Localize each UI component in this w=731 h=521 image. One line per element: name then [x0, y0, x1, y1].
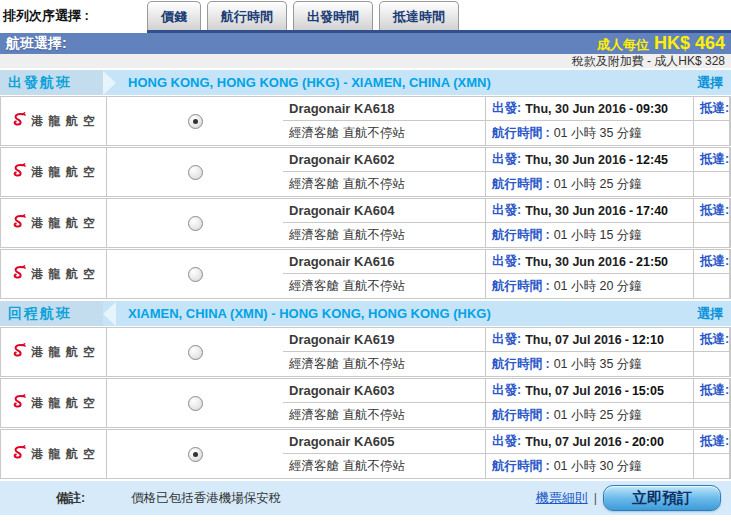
dash: - [629, 102, 633, 116]
cabin-info: 經濟客艙 直航不停站 [283, 352, 486, 376]
cabin-info: 經濟客艙 直航不停站 [283, 223, 486, 247]
tab-arrival-time[interactable]: 抵達時間 [379, 1, 459, 30]
dragonair-logo-icon [11, 343, 26, 362]
note-text: 價格已包括香港機場保安稅 [131, 490, 281, 507]
arrive-label: 抵達: [700, 253, 729, 270]
inbound-flight-row-2: 港 龍 航 空 Dragonair KA603 出發:Thu, 07 Jul 2… [0, 378, 731, 428]
dragonair-logo-icon [11, 265, 26, 284]
duration-info: 航行時間 :01 小時 25 分鐘 [486, 403, 694, 427]
arrive-label: 抵達: [700, 100, 729, 117]
airline-name: 港 龍 航 空 [31, 164, 96, 181]
tab-price[interactable]: 價錢 [147, 1, 201, 30]
duration-label: 航行時間 : [492, 125, 550, 142]
duration-value: 01 小時 30 分鐘 [554, 458, 642, 475]
duration-info: 航行時間 :01 小時 35 分鐘 [486, 352, 694, 376]
flight-number: Dragonair KA604 [283, 199, 486, 223]
empty-cell [694, 172, 730, 196]
tab-departure-time[interactable]: 出發時間 [293, 1, 373, 30]
select-column-header: 選擇 [697, 74, 731, 92]
radio-icon[interactable] [188, 165, 203, 180]
flight-select-radio[interactable] [107, 379, 283, 427]
flight-select-radio[interactable] [107, 148, 283, 196]
duration-label: 航行時間 : [492, 176, 550, 193]
outbound-flight-row-3: 港 龍 航 空 Dragonair KA604 出發:Thu, 30 Jun 2… [0, 198, 731, 248]
book-now-button[interactable]: 立即預訂 [603, 485, 721, 511]
depart-label: 出發: [492, 382, 521, 399]
depart-label: 出發: [492, 331, 521, 348]
depart-date: Thu, 30 Jun 2016 [525, 204, 626, 218]
cabin-info: 經濟客艙 直航不停站 [283, 274, 486, 298]
duration-value: 01 小時 15 分鐘 [554, 227, 642, 244]
depart-date: Thu, 07 Jul 2016 [525, 333, 622, 347]
arrive-label: 抵達: [700, 151, 729, 168]
duration-label: 航行時間 : [492, 458, 550, 475]
depart-date: Thu, 07 Jul 2016 [525, 384, 622, 398]
flight-number: Dragonair KA603 [283, 379, 486, 403]
duration-label: 航行時間 : [492, 227, 550, 244]
duration-info: 航行時間 :01 小時 35 分鐘 [486, 121, 694, 145]
dragonair-logo-icon [11, 112, 26, 131]
airline-cell: 港 龍 航 空 [1, 328, 107, 376]
duration-value: 01 小時 35 分鐘 [554, 356, 642, 373]
cabin-info: 經濟客艙 直航不停站 [283, 121, 486, 145]
depart-label: 出發: [492, 433, 521, 450]
airline-name: 港 龍 航 空 [31, 266, 96, 283]
flight-select-radio[interactable] [107, 328, 283, 376]
flight-select-radio[interactable] [107, 97, 283, 145]
depart-time: 20:00 [632, 435, 664, 449]
arrive-label: 抵達: [700, 382, 729, 399]
empty-cell [694, 223, 730, 247]
duration-value: 01 小時 25 分鐘 [554, 176, 642, 193]
radio-icon[interactable] [188, 396, 203, 411]
dragonair-logo-icon [11, 394, 26, 413]
duration-label: 航行時間 : [492, 407, 550, 424]
dash: - [629, 255, 633, 269]
depart-date: Thu, 30 Jun 2016 [525, 153, 626, 167]
arrive-label: 抵達: [700, 202, 729, 219]
flight-number: Dragonair KA618 [283, 97, 486, 121]
airline-name: 港 龍 航 空 [31, 215, 96, 232]
flight-select-radio[interactable] [107, 250, 283, 298]
flight-select-radio[interactable] [107, 430, 283, 478]
empty-cell [694, 454, 730, 478]
flight-select-radio[interactable] [107, 199, 283, 247]
flight-number: Dragonair KA602 [283, 148, 486, 172]
radio-icon[interactable] [188, 114, 203, 129]
cabin-info: 經濟客艙 直航不停站 [283, 454, 486, 478]
airline-cell: 港 龍 航 空 [1, 148, 107, 196]
arrival-info: 抵達:Thu, 30 Jun 2016-18:55 [694, 199, 730, 223]
duration-value: 01 小時 20 分鐘 [554, 278, 642, 295]
radio-icon[interactable] [188, 345, 203, 360]
duration-info: 航行時間 :01 小時 20 分鐘 [486, 274, 694, 298]
radio-icon[interactable] [188, 447, 203, 462]
inbound-flight-row-1: 港 龍 航 空 Dragonair KA619 出發:Thu, 07 Jul 2… [0, 327, 731, 377]
departure-info: 出發:Thu, 07 Jul 2016-20:00 [486, 430, 694, 454]
outbound-section-header: 出發航班 HONG KONG, HONG KONG (HKG) - XIAMEN… [0, 70, 731, 95]
dash: - [625, 384, 629, 398]
banner-title: 航班選擇: [6, 35, 67, 53]
depart-date: Thu, 30 Jun 2016 [525, 102, 626, 116]
sort-order-label: 排列次序選擇 : [0, 0, 147, 33]
outbound-title: 出發航班 [0, 70, 103, 95]
dash: - [629, 204, 633, 218]
arrow-right-icon [103, 71, 116, 95]
tax-surcharge-note: 稅款及附加費 - 成人HK$ 328 [0, 54, 731, 68]
departure-info: 出發:Thu, 30 Jun 2016-21:50 [486, 250, 694, 274]
fare-rules-link[interactable]: 機票細則 [536, 489, 588, 507]
outbound-route: HONG KONG, HONG KONG (HKG) - XIAMEN, CHI… [116, 75, 697, 90]
radio-icon[interactable] [188, 216, 203, 231]
arrive-label: 抵達: [700, 433, 729, 450]
radio-icon[interactable] [188, 267, 203, 282]
tab-flight-duration[interactable]: 航行時間 [207, 1, 287, 30]
dash: - [629, 153, 633, 167]
depart-date: Thu, 07 Jul 2016 [525, 435, 622, 449]
empty-cell [694, 403, 730, 427]
inbound-section-header: 回程航班 XIAMEN, CHINA (XMN) - HONG KONG, HO… [0, 301, 731, 326]
footer-actions: 機票細則 | 立即預訂 [536, 485, 731, 511]
depart-time: 15:05 [632, 384, 664, 398]
footer-bar: 備註: 價格已包括香港機場保安稅 機票細則 | 立即預訂 [0, 481, 731, 515]
departure-info: 出發:Thu, 07 Jul 2016-12:10 [486, 328, 694, 352]
empty-cell [694, 352, 730, 376]
inbound-title: 回程航班 [0, 301, 103, 326]
outbound-flight-row-2: 港 龍 航 空 Dragonair KA602 出發:Thu, 30 Jun 2… [0, 147, 731, 197]
